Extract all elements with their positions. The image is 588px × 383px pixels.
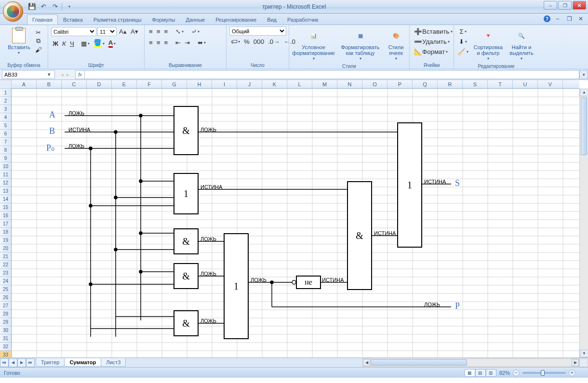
row-header-4[interactable]: 4 [0,113,11,121]
paste-button[interactable]: Вставить ▾ [5,26,33,57]
col-header-M[interactable]: M [312,80,337,88]
col-header-O[interactable]: O [362,80,388,88]
row-header-6[interactable]: 6 [0,130,11,138]
office-button[interactable] [3,1,23,22]
row-header-22[interactable]: 22 [0,261,11,269]
sheet-nav-first[interactable]: ⏮ [0,358,9,367]
row-headers[interactable]: 1234567891011121314151617181920212223242… [0,89,12,357]
qat-undo[interactable]: ↶ [39,2,48,12]
hscroll-left[interactable]: ◀ [363,359,370,366]
row-header-11[interactable]: 11 [0,171,11,179]
row-header-21[interactable]: 21 [0,252,11,261]
row-header-1[interactable]: 1 [0,89,11,97]
underline-button[interactable]: Ч [68,39,76,49]
row-header-5[interactable]: 5 [0,121,11,130]
italic-button[interactable]: К [61,39,67,49]
clear-button[interactable]: 🧹 [456,47,470,57]
workbook-restore[interactable]: ❐ [565,14,574,23]
row-header-23[interactable]: 23 [0,269,11,277]
align-center[interactable]: ≡ [155,38,162,48]
bold-button[interactable]: Ж [51,39,60,49]
row-header-27[interactable]: 27 [0,302,11,310]
row-header-13[interactable]: 13 [0,187,11,195]
col-header-F[interactable]: F [137,80,162,88]
fill-color-button[interactable]: 🪣 [92,38,106,49]
qat-redo[interactable]: ↷ [50,2,60,12]
row-header-9[interactable]: 9 [0,154,11,162]
col-header-I[interactable]: I [212,80,237,88]
align-top[interactable]: ≡ [147,26,154,37]
zoom-in-button[interactable]: + [569,370,575,376]
window-maximize[interactable]: ❐ [558,1,572,10]
qat-customize[interactable] [64,2,74,12]
row-header-24[interactable]: 24 [0,277,11,285]
row-header-8[interactable]: 8 [0,146,11,154]
align-middle[interactable]: ≡ [155,26,162,37]
row-header-15[interactable]: 15 [0,203,11,211]
col-header-C[interactable]: C [62,80,87,88]
font-size-combo[interactable]: 11 [97,27,117,36]
decrease-indent[interactable]: ⇤ [174,38,182,48]
number-format-combo[interactable]: Общий [229,26,286,36]
tab-insert[interactable]: Вставка [58,14,88,25]
ribbon-minimize[interactable]: – [553,14,562,23]
col-header-U[interactable]: U [513,80,538,88]
row-header-25[interactable]: 25 [0,285,11,293]
col-header-A[interactable]: A [12,80,37,88]
cut-button[interactable]: ✂ [35,28,42,36]
fx-button[interactable]: fx [75,70,85,79]
worksheet[interactable]: ABCDEFGHIJKLMNOPQRSTUV 12345678910111213… [0,80,588,357]
row-header-10[interactable]: 10 [0,162,11,171]
format-painter-button[interactable]: 🖌 [35,46,42,53]
shrink-font-button[interactable]: A▾ [129,26,140,37]
col-header-B[interactable]: B [37,80,62,88]
tab-home[interactable]: Главная [27,14,58,25]
tab-page-layout[interactable]: Разметка страницы [88,14,147,25]
qat-save[interactable]: 💾 [27,2,37,12]
tab-view[interactable]: Вид [262,14,282,25]
sheet-tab-Лист3[interactable]: Лист3 [101,358,126,367]
col-header-D[interactable]: D [87,80,112,88]
tab-developer[interactable]: Разработчик [282,14,323,25]
col-header-K[interactable]: K [262,80,287,88]
row-header-17[interactable]: 17 [0,220,11,228]
font-name-combo[interactable]: Calibri [51,27,96,36]
fill-button[interactable]: ⬇ [456,37,470,47]
tab-data[interactable]: Данные [180,14,210,25]
col-header-R[interactable]: R [438,80,463,88]
col-header-E[interactable]: E [112,80,137,88]
zoom-out-button[interactable]: − [513,370,520,376]
currency-button[interactable]: 🏷 [229,37,241,47]
borders-button[interactable]: ▦ [80,39,91,49]
zoom-slider[interactable] [522,372,566,374]
row-header-14[interactable]: 14 [0,195,11,203]
vscroll-down[interactable]: ▼ [580,350,588,357]
cells-insert-button[interactable]: ➕ Вставить [413,26,451,37]
sort-filter-button[interactable]: 🔻 Сортировка и фильтр▾ [472,26,505,63]
grow-font-button[interactable]: A▴ [118,26,128,37]
row-header-28[interactable]: 28 [0,310,11,318]
row-header-29[interactable]: 29 [0,318,11,326]
align-left[interactable]: ≡ [147,38,154,48]
col-header-V[interactable]: V [538,80,563,88]
sheet-tab-Сумматор[interactable]: Сумматор [64,358,101,367]
col-header-T[interactable]: T [488,80,513,88]
font-color-button[interactable]: A [107,38,118,49]
horizontal-scrollbar[interactable]: ◀ ▶ [362,358,579,367]
sheet-tab-Триггер[interactable]: Триггер [36,358,65,367]
cells-delete-button[interactable]: ➖ Удалить [413,37,451,47]
row-header-26[interactable]: 26 [0,293,11,302]
col-header-Q[interactable]: Q [413,80,438,88]
row-header-32[interactable]: 32 [0,343,11,351]
vscroll-thumb[interactable] [581,97,587,155]
view-page-layout-button[interactable]: ▤ [475,369,486,377]
row-header-30[interactable]: 30 [0,326,11,334]
view-normal-button[interactable]: ▦ [465,369,475,377]
sheet-nav-next[interactable]: ▶ [17,358,26,367]
copy-button[interactable]: ⧉ [35,37,42,45]
autosum-button[interactable]: Σ [456,26,470,37]
col-header-P[interactable]: P [388,80,413,88]
comma-button[interactable]: 000 [252,37,266,47]
col-header-L[interactable]: L [287,80,312,88]
row-header-7[interactable]: 7 [0,138,11,146]
